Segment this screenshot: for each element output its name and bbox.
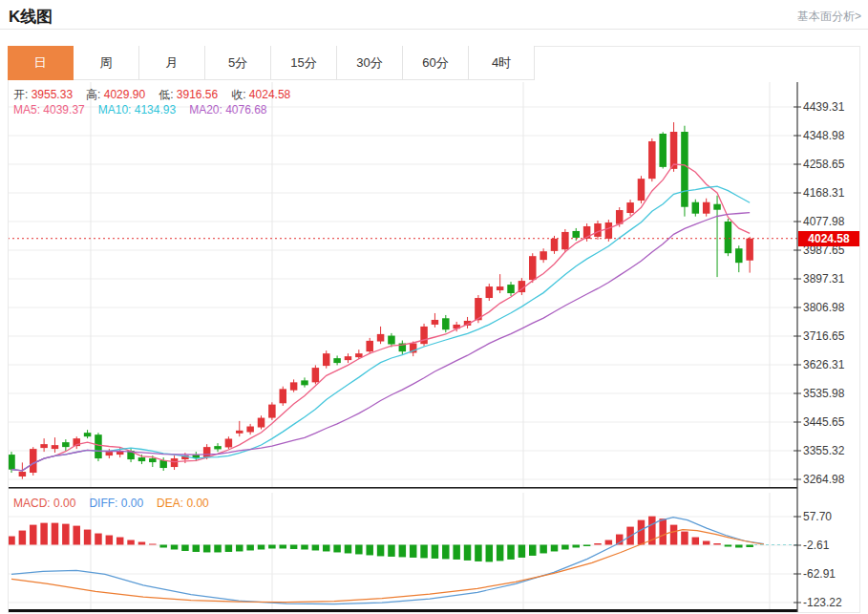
tab-60分[interactable]: 60分 bbox=[403, 46, 469, 80]
ma-readout: MA5: 4039.37MA10: 4134.93MA20: 4076.68 bbox=[13, 103, 281, 116]
macd-readout: MACD: 0.00DIFF: 0.00DEA: 0.00 bbox=[13, 497, 222, 510]
axis-label: 3897.31 bbox=[803, 272, 844, 286]
info-item: 开: 3955.33 bbox=[13, 88, 73, 101]
axis-label: 4348.98 bbox=[803, 129, 844, 142]
info-item: MA10: 4134.93 bbox=[98, 103, 176, 116]
tab-4时[interactable]: 4时 bbox=[469, 46, 535, 80]
axis-label: -123.22 bbox=[803, 596, 842, 609]
tab-30分[interactable]: 30分 bbox=[337, 46, 403, 80]
fundamental-analysis-link[interactable]: 基本面分析> bbox=[797, 9, 861, 25]
axis-label: 4168.31 bbox=[803, 186, 844, 200]
axis-label: 3716.65 bbox=[803, 329, 844, 343]
info-item: MACD: 0.00 bbox=[13, 497, 75, 510]
info-item: 收: 4024.58 bbox=[231, 88, 290, 101]
tab-5分[interactable]: 5分 bbox=[205, 46, 271, 80]
info-item: DEA: 0.00 bbox=[157, 497, 209, 510]
axis-label: 4077.98 bbox=[803, 215, 844, 228]
axis-label: 3806.98 bbox=[803, 301, 844, 314]
axis-label: -2.61 bbox=[803, 539, 829, 552]
axis-label: -62.91 bbox=[803, 567, 836, 581]
axis-label: 3626.31 bbox=[803, 358, 844, 371]
tab-日[interactable]: 日 bbox=[8, 46, 74, 80]
current-price-badge: 4024.58 bbox=[798, 231, 859, 246]
info-item: MA20: 4076.68 bbox=[189, 103, 266, 116]
axis-label: 4258.65 bbox=[803, 158, 844, 171]
axis-label: 4439.31 bbox=[803, 100, 844, 114]
axis-label: 3445.65 bbox=[803, 415, 844, 429]
axis-label: 3535.98 bbox=[803, 387, 844, 400]
tab-月[interactable]: 月 bbox=[139, 46, 205, 80]
header-divider bbox=[0, 29, 868, 30]
period-tab-bar: 日周月5分15分30分60分4时 bbox=[8, 46, 535, 80]
ohlc-readout: 开: 3955.33高: 4029.90低: 3916.56收: 4024.58 bbox=[13, 87, 304, 103]
info-item: MA5: 4039.37 bbox=[13, 103, 85, 116]
page-title: K线图 bbox=[9, 6, 53, 28]
info-item: 高: 4029.90 bbox=[86, 88, 145, 101]
axis-label: 3355.32 bbox=[803, 444, 844, 457]
axis-label: 57.70 bbox=[803, 510, 832, 523]
tab-周[interactable]: 周 bbox=[74, 46, 139, 80]
chart-frame bbox=[8, 46, 860, 613]
tab-15分[interactable]: 15分 bbox=[271, 46, 337, 80]
axis-label: 3264.98 bbox=[803, 473, 844, 486]
info-item: 低: 3916.56 bbox=[159, 88, 218, 101]
info-item: DIFF: 0.00 bbox=[89, 497, 143, 510]
